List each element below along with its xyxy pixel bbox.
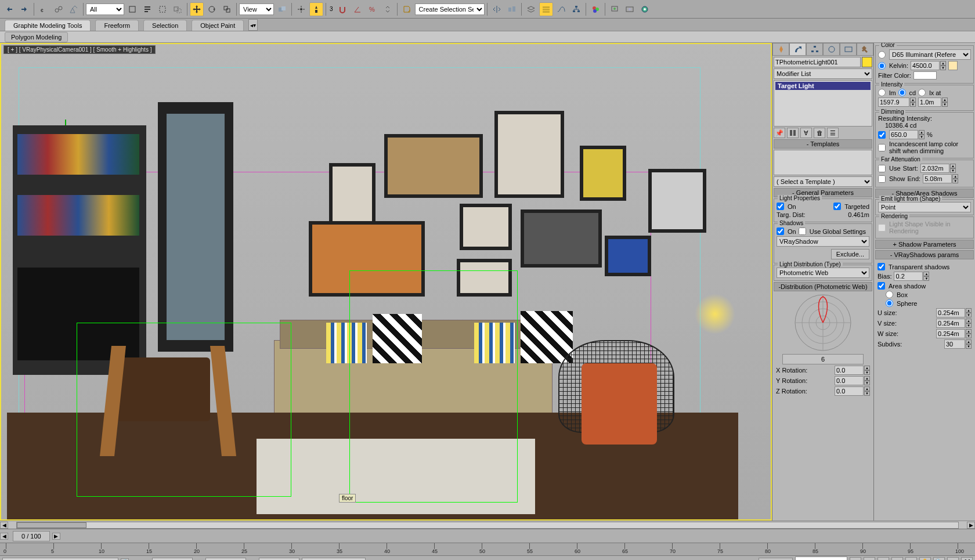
remove-mod-icon[interactable]: 🗑 xyxy=(814,128,825,138)
material-editor-icon[interactable] xyxy=(588,2,602,16)
time-slider-handle[interactable]: 0 / 100 xyxy=(13,531,50,541)
area-shadow-checkbox[interactable] xyxy=(878,282,885,290)
scroll-left-icon[interactable]: ◀ xyxy=(0,522,8,529)
subdivs-input[interactable] xyxy=(944,339,965,349)
mirror-icon[interactable] xyxy=(490,2,504,16)
light-dist-dropdown[interactable]: Photometric Web xyxy=(777,268,869,278)
tab-hierarchy-icon[interactable] xyxy=(806,43,823,56)
select-scale-icon[interactable] xyxy=(220,2,234,16)
ref-coord-dropdown[interactable]: View xyxy=(239,3,274,15)
bias-input[interactable] xyxy=(894,272,923,281)
rollout-templates[interactable]: - Templates xyxy=(774,139,872,149)
vsize-input[interactable] xyxy=(936,319,965,328)
layer-manager-icon[interactable] xyxy=(539,2,553,16)
kelvin-input[interactable] xyxy=(911,61,940,70)
atten-show-checkbox[interactable] xyxy=(878,175,886,183)
intensity-dist-input[interactable] xyxy=(918,97,941,107)
coord-display-icon[interactable]: ⊞ xyxy=(131,558,139,561)
tab-create-icon[interactable] xyxy=(772,43,789,56)
percent-snap-icon[interactable]: % xyxy=(366,2,380,16)
photometric-web-preview[interactable] xyxy=(794,294,852,352)
undo-icon[interactable] xyxy=(2,2,16,16)
tab-objectpaint[interactable]: Object Paint xyxy=(192,20,244,31)
select-name-icon[interactable] xyxy=(140,2,154,16)
layers-icon[interactable] xyxy=(524,2,538,16)
tab-selection[interactable]: Selection xyxy=(143,20,187,31)
maximize-viewport-icon[interactable]: ⛶ xyxy=(961,557,973,561)
schematic-icon[interactable] xyxy=(569,2,583,16)
transp-shadows-checkbox[interactable] xyxy=(878,263,885,270)
show-end-icon[interactable] xyxy=(787,128,799,138)
light-on-checkbox[interactable] xyxy=(777,203,784,210)
use-global-checkbox[interactable] xyxy=(799,227,806,235)
timeslider-prev-icon[interactable]: ◀ xyxy=(0,533,8,540)
window-crossing-icon[interactable] xyxy=(171,2,185,16)
autokey-button[interactable]: Auto Key xyxy=(759,558,793,561)
pivot-icon[interactable] xyxy=(275,2,289,16)
play-icon[interactable]: ▶ xyxy=(878,557,889,561)
snap-toggle-icon[interactable] xyxy=(335,2,349,16)
intensity-input[interactable] xyxy=(878,97,909,107)
select-icon[interactable] xyxy=(125,2,139,16)
rendered-frame-icon[interactable] xyxy=(623,2,637,16)
template-list[interactable] xyxy=(774,150,872,175)
pin-stack-icon[interactable]: 📌 xyxy=(774,128,785,138)
manipulate-icon[interactable] xyxy=(294,2,308,16)
bind-icon[interactable] xyxy=(67,2,81,16)
align-icon[interactable] xyxy=(505,2,519,16)
filter-color-swatch[interactable] xyxy=(913,71,937,80)
template-select[interactable]: ( Select a Template ) xyxy=(774,176,872,187)
goto-start-icon[interactable]: ⏮ xyxy=(850,557,861,561)
web-file-button[interactable]: 6 xyxy=(782,354,864,364)
named-selset-edit-icon[interactable] xyxy=(400,2,414,16)
kelvin-swatch[interactable] xyxy=(948,61,958,70)
ribbon-flyout-icon[interactable]: ◂▾ xyxy=(248,19,258,31)
select-rotate-icon[interactable] xyxy=(205,2,219,16)
z-coord-field[interactable]: 1.923m xyxy=(259,558,299,561)
selection-filter-dropdown[interactable]: All xyxy=(86,3,124,15)
emit-shape-dropdown[interactable]: Point xyxy=(878,202,971,212)
select-move-icon[interactable] xyxy=(190,2,204,16)
zoom-icon[interactable]: 🔍 xyxy=(933,557,945,561)
lock-selection-icon[interactable]: 🔒 xyxy=(121,558,129,561)
render-icon[interactable] xyxy=(638,2,652,16)
spinner-up-icon[interactable]: ▲ xyxy=(864,366,870,370)
y-coord-field[interactable]: -2.06m xyxy=(205,558,246,561)
next-frame-icon[interactable]: ▶ xyxy=(891,557,903,561)
dimming-checkbox[interactable] xyxy=(878,131,886,139)
shadow-type-dropdown[interactable]: VRayShadow xyxy=(777,236,869,247)
atten-end-input[interactable] xyxy=(923,174,952,183)
subtab-polymodeling[interactable]: Polygon Modeling xyxy=(5,32,68,42)
d65-dropdown[interactable]: D65 Illuminant (Refere xyxy=(889,49,971,60)
box-radio[interactable] xyxy=(886,291,893,298)
rollout-distribution[interactable]: -Distribution (Photometric Web) xyxy=(774,282,872,291)
scroll-right-icon[interactable]: ▶ xyxy=(967,522,975,529)
unlink-icon[interactable] xyxy=(52,2,66,16)
keyboard-shortcut-icon[interactable] xyxy=(309,2,323,16)
rect-select-icon[interactable] xyxy=(156,2,169,16)
xrot-input[interactable] xyxy=(835,366,864,375)
curve-editor-icon[interactable] xyxy=(554,2,568,16)
incand-checkbox[interactable] xyxy=(878,144,886,151)
goto-end-icon[interactable]: ⏭ xyxy=(905,557,917,561)
x-coord-field[interactable]: -1.995m xyxy=(152,558,193,561)
dimming-input[interactable] xyxy=(889,130,918,139)
render-setup-icon[interactable] xyxy=(608,2,622,16)
lxat-radio[interactable] xyxy=(918,89,926,96)
d65-radio[interactable] xyxy=(878,51,886,59)
spinner-down-icon[interactable]: ▼ xyxy=(864,370,870,375)
make-unique-icon[interactable]: ∀ xyxy=(800,128,812,138)
timeslider-next-icon[interactable]: ▶ xyxy=(52,533,60,540)
viewport-label[interactable]: [ + ] [ VRayPhysicalCamera001 ] [ Smooth… xyxy=(3,45,156,54)
yrot-input[interactable] xyxy=(835,376,864,385)
viewport[interactable]: [ + ] [ VRayPhysicalCamera001 ] [ Smooth… xyxy=(0,43,772,521)
rollout-vrayshadows[interactable]: - VRayShadows params xyxy=(875,250,974,259)
link-icon[interactable] xyxy=(37,2,50,16)
rollout-shadow-params[interactable]: + Shadow Parameters xyxy=(875,240,974,249)
lm-radio[interactable] xyxy=(878,89,886,96)
shadows-on-checkbox[interactable] xyxy=(777,227,784,235)
prev-frame-icon[interactable]: ◀ xyxy=(864,557,875,561)
spinner-snap-icon[interactable] xyxy=(381,2,395,16)
named-selset-dropdown[interactable]: Create Selection Se xyxy=(415,3,485,15)
fov-icon[interactable]: ◫ xyxy=(947,557,959,561)
